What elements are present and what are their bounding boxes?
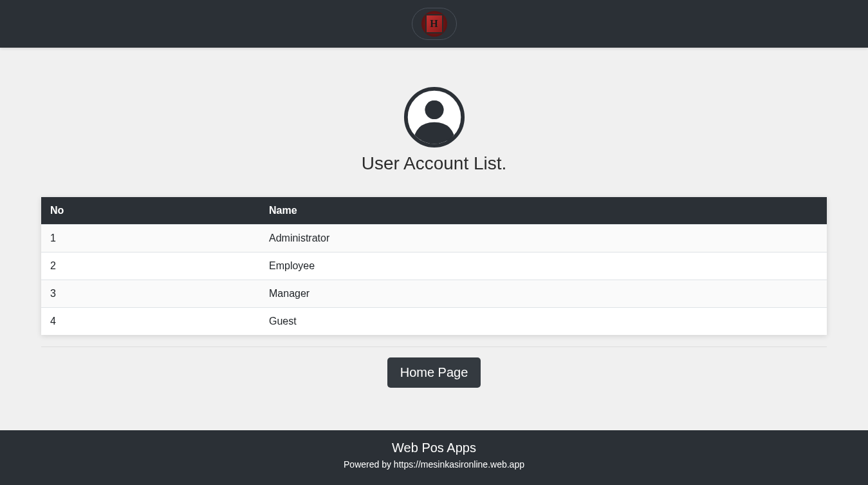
cell-name: Guest (260, 308, 827, 336)
navbar: H (0, 0, 868, 48)
footer: Web Pos Apps Powered by https://mesinkas… (0, 430, 868, 485)
logo-letter: H (425, 14, 443, 33)
cell-no: 2 (41, 252, 260, 280)
table-row: 3 Manager (41, 280, 827, 308)
table-row: 1 Administrator (41, 225, 827, 252)
cell-no: 3 (41, 280, 260, 308)
app-logo[interactable]: H (412, 8, 457, 40)
logo-icon: H (421, 11, 447, 37)
user-table: No Name 1 Administrator 2 Employee 3 Man… (41, 197, 827, 335)
cell-name: Administrator (260, 225, 827, 252)
cell-no: 4 (41, 308, 260, 336)
svg-point-3 (425, 100, 443, 119)
table-row: 2 Employee (41, 252, 827, 280)
footer-powered-by: Powered by https://mesinkasironline.web.… (0, 459, 868, 470)
user-table-wrapper: No Name 1 Administrator 2 Employee 3 Man… (41, 197, 827, 335)
cell-no: 1 (41, 225, 260, 252)
footer-title: Web Pos Apps (0, 441, 868, 455)
divider (41, 347, 827, 347)
column-header-no: No (41, 197, 260, 225)
cell-name: Employee (260, 252, 827, 280)
table-row: 4 Guest (41, 308, 827, 336)
main-content: User Account List. No Name 1 Administrat… (0, 48, 868, 430)
column-header-name: Name (260, 197, 827, 225)
page-title: User Account List. (362, 153, 507, 174)
user-circle-icon (403, 86, 465, 148)
table-header-row: No Name (41, 197, 827, 225)
cell-name: Manager (260, 280, 827, 308)
home-page-button[interactable]: Home Page (387, 357, 481, 388)
